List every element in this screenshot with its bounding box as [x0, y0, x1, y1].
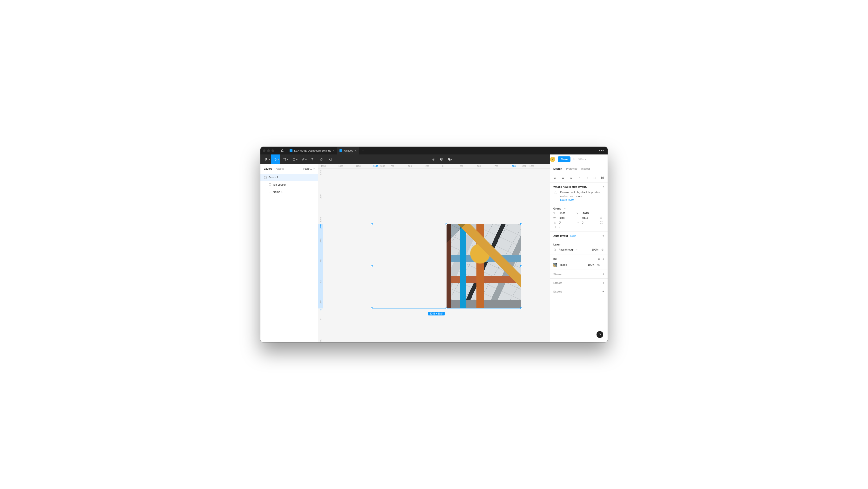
- canvas[interactable]: -1750 -1500 -1250 -1162 -1000 -750 -500 …: [318, 164, 550, 342]
- auto-layout-section: Auto layout New +: [550, 231, 608, 240]
- align-left-icon[interactable]: [553, 176, 557, 180]
- mask-icon[interactable]: [440, 154, 443, 164]
- file-tab-1[interactable]: Untitled ×: [337, 147, 359, 154]
- prototype-tab[interactable]: Prototype: [566, 167, 578, 170]
- resize-handle-ne[interactable]: [520, 223, 522, 225]
- rotation-input[interactable]: 0°: [559, 221, 575, 224]
- visibility-icon[interactable]: [597, 263, 600, 266]
- add-icon[interactable]: +: [602, 290, 604, 293]
- boolean-ops-icon[interactable]: [447, 154, 453, 164]
- present-button[interactable]: [573, 154, 576, 164]
- chevron-down-icon: [313, 168, 315, 170]
- distribute-icon[interactable]: [600, 176, 605, 180]
- share-button[interactable]: Share: [558, 156, 570, 162]
- new-badge: New: [570, 234, 576, 237]
- zoom-dropdown[interactable]: 37%: [578, 158, 586, 161]
- vertical-ruler: -1750 -1500 -1250 -1095 -1000 -750 -500 …: [318, 169, 323, 342]
- new-tab-button[interactable]: +: [359, 149, 367, 152]
- right-panel-tabs: Design Prototype Inspect: [550, 164, 608, 173]
- text-tool[interactable]: [308, 154, 317, 164]
- shape-tool[interactable]: [289, 154, 299, 164]
- blend-mode-dropdown[interactable]: Pass through: [559, 248, 589, 251]
- layer-name: left-spacer: [273, 183, 286, 186]
- clip-input[interactable]: 0: [559, 225, 575, 228]
- frame-type-label[interactable]: Group: [553, 207, 561, 210]
- assets-tab[interactable]: Assets: [276, 167, 283, 170]
- close-tab-icon[interactable]: ×: [333, 149, 335, 152]
- resize-handle-n[interactable]: [445, 223, 447, 225]
- svg-point-7: [602, 249, 603, 250]
- add-icon[interactable]: +: [602, 234, 604, 237]
- align-hcenter-icon[interactable]: [561, 176, 565, 180]
- file-tab-0[interactable]: KZN-5246: Dashboard Settings ×: [287, 147, 337, 154]
- export-title: Export: [553, 290, 562, 293]
- layers-tab[interactable]: Layers: [264, 167, 272, 170]
- design-tab[interactable]: Design: [553, 167, 562, 170]
- comment-tool[interactable]: [326, 154, 335, 164]
- user-avatar[interactable]: K: [550, 156, 555, 162]
- layer-row[interactable]: Group 1: [260, 174, 318, 181]
- layer-section: Layer Pass through 100%: [550, 240, 608, 254]
- titlebar: KZN-5246: Dashboard Settings × Untitled …: [260, 147, 608, 154]
- resize-handle-sw[interactable]: [371, 308, 373, 309]
- pen-tool[interactable]: [299, 154, 308, 164]
- radius-input[interactable]: 0: [582, 221, 598, 224]
- layer-row[interactable]: frame-1: [260, 188, 318, 196]
- canvas-stage[interactable]: 2048 × 1024: [323, 169, 550, 342]
- h-input[interactable]: 1024: [582, 217, 598, 220]
- style-icon[interactable]: ⠿: [598, 258, 600, 261]
- main-menu-button[interactable]: [260, 154, 271, 164]
- x-input[interactable]: -1162: [559, 212, 575, 215]
- constrain-proportions-icon[interactable]: [600, 216, 604, 220]
- layer-opacity-input[interactable]: 100%: [592, 248, 598, 251]
- resize-handle-se[interactable]: [520, 308, 522, 309]
- rotation-icon: ⟀: [553, 221, 557, 224]
- fill-type[interactable]: Image: [560, 263, 585, 266]
- resize-handle-s[interactable]: [445, 308, 447, 309]
- add-icon[interactable]: +: [602, 272, 604, 276]
- remove-icon[interactable]: −: [603, 263, 604, 266]
- selection-dimensions-badge: 2048 × 1024: [428, 312, 444, 315]
- w-input[interactable]: 2048: [559, 217, 575, 220]
- image-layer-icon: [269, 191, 272, 193]
- file-tab-label: Untitled: [344, 149, 353, 152]
- figma-doc-icon: [289, 149, 292, 152]
- overflow-menu-icon[interactable]: •••: [596, 149, 608, 152]
- align-right-icon[interactable]: [569, 176, 573, 180]
- component-insert-icon[interactable]: [432, 154, 435, 164]
- app-window: KZN-5246: Dashboard Settings × Untitled …: [260, 147, 608, 342]
- help-button[interactable]: ?: [596, 331, 603, 338]
- visibility-icon[interactable]: [601, 248, 604, 251]
- home-tab[interactable]: [278, 147, 287, 154]
- close-tab-icon[interactable]: ×: [355, 149, 357, 152]
- resize-handle-e[interactable]: [520, 265, 522, 267]
- fill-opacity-input[interactable]: 100%: [588, 263, 594, 266]
- align-bottom-icon[interactable]: [592, 176, 597, 180]
- blend-mode-icon: [553, 248, 556, 251]
- radius-icon: ⌐: [577, 221, 580, 224]
- page-dropdown[interactable]: Page 1: [303, 167, 315, 170]
- add-icon[interactable]: +: [602, 257, 604, 261]
- add-icon[interactable]: +: [602, 281, 604, 285]
- resize-handle-nw[interactable]: [371, 223, 373, 225]
- selection-bounds[interactable]: [372, 224, 521, 308]
- close-icon[interactable]: ×: [603, 185, 604, 188]
- align-vcenter-icon[interactable]: [585, 176, 589, 180]
- resize-handle-w[interactable]: [371, 265, 373, 267]
- layer-row[interactable]: left-spacer: [260, 181, 318, 188]
- whats-new-title: What's new in auto layout?: [553, 185, 587, 188]
- inspect-tab[interactable]: Inspect: [581, 167, 590, 170]
- move-tool[interactable]: [271, 154, 280, 164]
- frame-tool[interactable]: [280, 154, 289, 164]
- auto-layout-title: Auto layout: [553, 234, 568, 237]
- w-label: W: [553, 217, 557, 220]
- hand-tool[interactable]: [317, 154, 326, 164]
- fill-swatch[interactable]: [553, 263, 557, 267]
- y-input[interactable]: -1095: [582, 212, 598, 215]
- layer-title: Layer: [553, 243, 560, 246]
- traffic-lights[interactable]: [263, 149, 274, 152]
- learn-more-link[interactable]: Learn more →: [560, 198, 604, 201]
- independent-corners-icon[interactable]: [600, 221, 604, 224]
- align-top-icon[interactable]: [577, 176, 581, 180]
- svg-point-8: [598, 264, 599, 265]
